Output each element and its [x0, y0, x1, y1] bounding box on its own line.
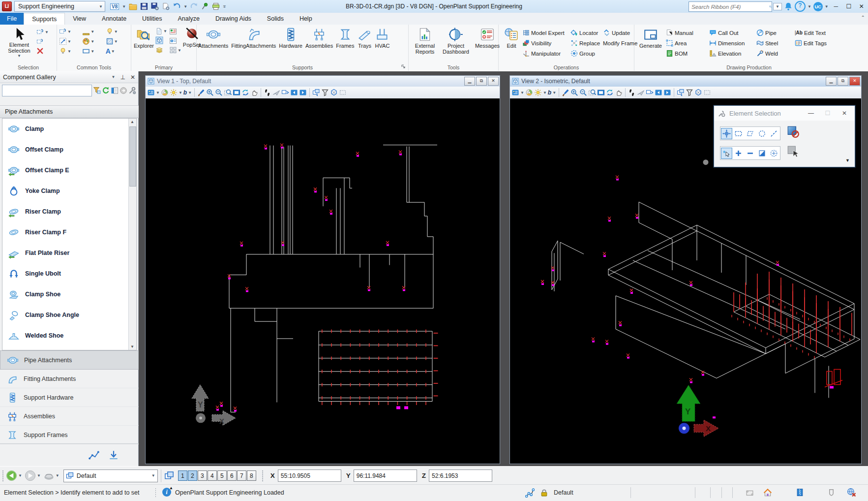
list-item-riser-clamp[interactable]: Riser Clamp	[2, 201, 136, 222]
locator-button[interactable]: Locator	[570, 28, 600, 38]
project-dashboard-button[interactable]: Project Dashboard	[440, 26, 472, 64]
replace-button[interactable]: Replace	[570, 38, 600, 48]
select-fence-button[interactable]	[36, 38, 49, 45]
manual-button[interactable]: Manual	[666, 28, 693, 38]
view-toggle-8[interactable]: 8	[247, 470, 256, 481]
rotate-view-icon[interactable]	[606, 89, 614, 96]
scrollbar-thumb[interactable]	[129, 126, 136, 187]
refresh-icon[interactable]	[102, 86, 110, 95]
select-circle-button[interactable]	[756, 128, 768, 139]
select-line-button[interactable]	[768, 128, 779, 139]
view-previous-icon[interactable]	[290, 89, 298, 96]
gallery-filter-input[interactable]	[2, 85, 92, 96]
tab-help[interactable]: Help	[292, 13, 320, 25]
fly-icon[interactable]	[637, 89, 645, 96]
save-settings-button[interactable]	[151, 2, 159, 10]
modify-frame-button[interactable]: Modify Frame	[603, 38, 637, 48]
select-shape-button[interactable]	[745, 128, 756, 139]
zoom-in-icon[interactable]	[570, 89, 578, 96]
snap-mode-icon[interactable]	[525, 488, 535, 498]
model-expert-button[interactable]: Model Expert	[522, 28, 565, 38]
display-style-wheel-icon[interactable]	[525, 89, 533, 96]
workflow-selector[interactable]: Support Engineering ▼	[14, 1, 105, 12]
catalog-book-icon[interactable]	[111, 86, 119, 95]
generate-button[interactable]: Generate	[635, 26, 666, 64]
user-avatar[interactable]: UC	[813, 2, 823, 11]
measure-button[interactable]: ▼	[82, 28, 105, 35]
element-selection-button[interactable]: Element Selection▼	[2, 26, 36, 64]
call-out-button[interactable]: Call Out	[709, 28, 745, 38]
hvac-button[interactable]: HVAC	[373, 26, 391, 64]
weld-button[interactable]: Weld	[756, 48, 778, 59]
levels-button[interactable]	[155, 46, 167, 54]
lock-icon[interactable]	[540, 489, 548, 497]
search-input[interactable]	[689, 3, 769, 10]
dialog-titlebar[interactable]: Element Selection — ☐ ✕	[714, 106, 855, 121]
dialog-launcher-icon[interactable]	[401, 64, 406, 69]
user-dropdown[interactable]: ▼	[825, 4, 829, 9]
fence-tools-button[interactable]: ▼	[36, 28, 49, 36]
trays-button[interactable]: Trays	[356, 26, 373, 64]
hatch-button[interactable]: ▼	[106, 37, 129, 45]
clip-element-icon[interactable]	[703, 89, 711, 96]
list-item-single-ubolt[interactable]: Single Ubolt	[2, 263, 136, 284]
disable-handles-icon[interactable]	[787, 125, 800, 138]
clip-element-icon[interactable]	[339, 89, 347, 96]
walk-icon[interactable]	[264, 89, 271, 96]
shape-tools-button[interactable]: ▼	[82, 47, 105, 55]
pin-icon[interactable]: ⊥	[120, 74, 125, 81]
elevation-button[interactable]: Elevation	[709, 48, 745, 59]
save-button[interactable]	[140, 2, 148, 10]
drop-support-icon[interactable]	[108, 450, 119, 460]
steel-button[interactable]: Steel	[756, 38, 778, 48]
explorer-button[interactable]: Explorer	[132, 26, 155, 64]
help-dropdown[interactable]: ▼	[808, 4, 811, 9]
view-next-icon[interactable]	[299, 89, 307, 96]
dialog-close-icon[interactable]: ✕	[838, 110, 851, 117]
zoom-out-icon[interactable]	[579, 89, 587, 96]
search-dropdown[interactable]: ▼	[773, 3, 782, 10]
walk-icon[interactable]	[628, 89, 636, 96]
view-toggle-2[interactable]: 2	[188, 470, 197, 481]
pan-view-icon[interactable]	[615, 89, 623, 96]
brightness-sun-icon[interactable]	[170, 89, 178, 96]
category-assemblies[interactable]: Assemblies	[0, 407, 139, 426]
select-block-button[interactable]	[733, 128, 744, 139]
zoom-out-icon[interactable]	[215, 89, 223, 96]
clip-volume-icon[interactable]	[686, 89, 693, 96]
bom-button[interactable]: BOM	[666, 48, 693, 59]
recent-views-swirl-icon[interactable]	[43, 470, 55, 481]
window-area-icon[interactable]	[224, 89, 232, 96]
view-setup-icon[interactable]	[646, 89, 654, 96]
tab-annotate[interactable]: Annotate	[94, 13, 134, 25]
update-view-brush-icon[interactable]	[562, 89, 569, 96]
toolbar-grip[interactable]	[2, 470, 4, 482]
view-toggle-1[interactable]: 1	[178, 470, 187, 481]
redo-button[interactable]	[190, 2, 198, 10]
place-support-line-icon[interactable]	[89, 450, 99, 460]
maximize-window-button[interactable]: ☐	[843, 3, 854, 10]
tab-supports[interactable]: Supports	[24, 13, 65, 25]
attachments-button[interactable]: Attachments	[197, 26, 230, 64]
view-next-icon[interactable]	[663, 89, 671, 96]
move-copy-button[interactable]: ▼	[59, 37, 82, 45]
dialog-maximize-icon[interactable]: ☐	[821, 110, 834, 117]
update-button[interactable]: Update	[603, 28, 637, 38]
window-area-icon[interactable]	[588, 89, 596, 96]
fit-view-icon[interactable]	[233, 89, 240, 96]
clip-mask-icon[interactable]	[330, 89, 338, 96]
edit-text-button[interactable]: |AbEdit Text	[795, 28, 827, 38]
list-item-yoke-clamp[interactable]: Yoke Clamp	[2, 181, 136, 201]
models-button[interactable]	[155, 36, 167, 44]
brightness-sun-icon[interactable]	[534, 89, 542, 96]
list-item-clamp-shoe[interactable]: Clamp Shoe	[2, 284, 136, 305]
window-tiles-button[interactable]: ▼	[169, 46, 181, 54]
display-style-wheel-icon[interactable]	[161, 89, 169, 96]
area-button[interactable]: Area	[666, 38, 693, 48]
invert-selection-button[interactable]	[756, 148, 768, 159]
list-item-riser-clamp-f[interactable]: Riser Clamp F	[2, 222, 136, 243]
edit-button[interactable]: Edit	[500, 26, 523, 64]
forward-button[interactable]	[25, 470, 36, 481]
ribbon-search[interactable]	[688, 1, 772, 12]
close-window-button[interactable]: ✕	[856, 3, 867, 10]
